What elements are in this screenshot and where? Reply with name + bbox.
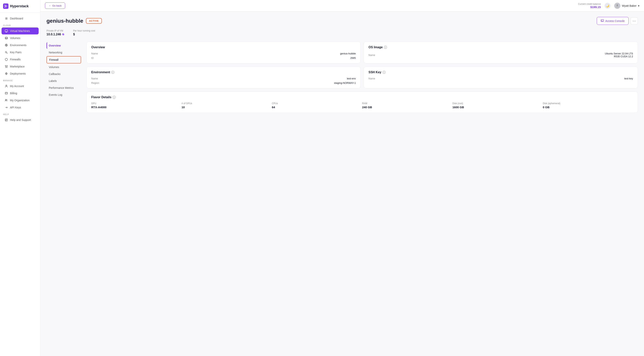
sidebar-item-dashboard[interactable]: ⊞ Dashboard — [2, 15, 38, 22]
go-back-button[interactable]: ← Go back — [45, 3, 65, 9]
api-keys-icon — [4, 106, 8, 109]
flavor-cpus-value: 64 — [272, 106, 362, 109]
copy-ip-icon[interactable]: ⧉ — [62, 33, 64, 36]
sidebar-item-environments[interactable]: Environments — [2, 42, 38, 49]
ssh-name-label: Name — [368, 77, 375, 80]
sidebar-item-label: Firewalls — [10, 58, 20, 61]
cost-label: Per hour running cost — [73, 30, 95, 32]
sidebar-item-label: Marketplace — [10, 65, 24, 68]
vm-icon — [4, 29, 8, 33]
svg-point-9 — [6, 99, 6, 100]
sidebar-item-label: Virtual Machines — [10, 30, 30, 33]
flavor-disk-ephemeral-value: 0 GB — [543, 106, 633, 109]
access-console-button[interactable]: Access Console — [597, 17, 629, 25]
detail-nav-label: Overview — [49, 44, 61, 47]
sidebar-item-label: Environments — [10, 44, 26, 47]
env-region-value: staging-NORWAY-1 — [334, 82, 356, 84]
sidebar-item-label: Key Pairs — [10, 51, 22, 54]
flavor-disk-ephemeral-col: Disk (ephemeral) 0 GB — [543, 102, 633, 109]
overview-name-row: Name genius-hubble — [91, 52, 356, 55]
help-icon — [4, 118, 8, 122]
sidebar-item-marketplace[interactable]: Marketplace — [2, 63, 38, 70]
more-icon: ⋯ — [632, 19, 636, 23]
user-menu[interactable]: Wyatt Baker ▾ — [614, 3, 640, 9]
detail-nav-events-log[interactable]: Events Log — [46, 92, 81, 98]
vm-meta-info: Private IP of VM 10.0.1.246 ⧉ Per hour r… — [46, 30, 638, 36]
sidebar-item-label: Help and Support — [10, 118, 31, 122]
flavor-details-card: Flavor Details i GPU RTX-A4000 # of GPUs… — [86, 92, 638, 113]
sidebar-item-virtual-machines[interactable]: Virtual Machines — [2, 28, 38, 35]
env-region-label: Region — [91, 82, 99, 84]
overview-card-title: Overview — [91, 46, 356, 49]
credit-balance-area: Current credit balance $199.15 — [578, 3, 601, 9]
sidebar: Hyperstack ⊞ Dashboard CLOUD Virtual Mac… — [0, 0, 40, 356]
cloud-section-label: CLOUD — [0, 22, 40, 27]
logo-area: Hyperstack — [0, 0, 40, 13]
sidebar-item-key-pairs[interactable]: Key Pairs — [2, 49, 38, 56]
svg-point-12 — [616, 5, 618, 6]
flavor-ram-value: 240 GB — [362, 106, 452, 109]
detail-nav-label: Labels — [49, 79, 57, 83]
page-title: genius-hubble — [46, 18, 83, 24]
status-badge: ACTIVE — [86, 18, 102, 24]
environment-card-title: Environment i — [91, 71, 356, 74]
detail-nav-label: Callbacks — [49, 73, 60, 76]
flavor-ram-col: RAM 240 GB — [362, 102, 452, 109]
detail-nav-label: Firewall — [49, 58, 58, 61]
env-name-value: test-env — [347, 77, 356, 80]
sidebar-item-volumes[interactable]: Volumes — [2, 35, 38, 42]
environments-icon — [4, 44, 8, 47]
flavor-num-gpus-label: # of GPUs — [182, 102, 272, 105]
hyperstack-logo-icon — [3, 4, 8, 9]
sidebar-item-deployments[interactable]: Deployments — [2, 70, 38, 77]
overview-card: Overview Name genius-hubble ID 2685 — [86, 42, 360, 64]
detail-nav-label: Events Log — [49, 93, 62, 96]
help-section-label: HELP — [0, 111, 40, 116]
detail-nav-labels[interactable]: Labels — [46, 78, 81, 84]
environment-info-icon[interactable]: i — [111, 71, 114, 74]
environment-card: Environment i Name test-env Region stagi… — [86, 67, 360, 88]
detail-nav-volumes[interactable]: Volumes — [46, 64, 81, 70]
sidebar-item-api-keys[interactable]: API Keys — [2, 104, 38, 111]
detail-nav-overview[interactable]: Overview — [46, 42, 81, 49]
environment-title-text: Environment — [91, 71, 110, 74]
cost-meta-item: Per hour running cost $ — [73, 30, 95, 36]
theme-toggle-button[interactable]: 🌙 — [604, 3, 610, 9]
detail-navigation: Overview Networking Firewall Volumes Cal… — [46, 42, 81, 113]
more-options-button[interactable]: ⋯ — [630, 17, 638, 25]
flavor-info-icon[interactable]: i — [112, 96, 116, 99]
detail-nav-networking[interactable]: Networking — [46, 49, 81, 56]
sidebar-item-label: Dashboard — [10, 17, 23, 20]
key-pairs-icon — [4, 51, 8, 54]
credit-amount: $199.15 — [578, 6, 601, 9]
detail-nav-firewall[interactable]: Firewall — [46, 56, 81, 64]
overview-title-text: Overview — [91, 46, 105, 49]
overview-name-value: genius-hubble — [340, 52, 356, 55]
ssh-key-info-icon[interactable]: i — [382, 71, 386, 74]
sidebar-item-my-organization[interactable]: My Organization — [2, 97, 38, 104]
page-header: ← Go back Current credit balance $199.15… — [40, 0, 644, 12]
cost-value: $ — [73, 33, 95, 36]
my-account-icon — [4, 84, 8, 88]
sidebar-item-firewalls[interactable]: Firewalls — [2, 56, 38, 63]
vm-page-header: genius-hubble ACTIVE Access Console ⋯ — [46, 17, 638, 25]
env-name-row: Name test-env — [91, 77, 356, 80]
flavor-disk-ephemeral-label: Disk (ephemeral) — [543, 102, 633, 105]
sidebar-item-label: Volumes — [10, 37, 20, 40]
ip-value: 10.0.1.246 — [46, 33, 61, 36]
detail-nav-callbacks[interactable]: Callbacks — [46, 71, 81, 77]
flavor-num-gpus-col: # of GPUs 10 — [182, 102, 272, 109]
sidebar-item-billing[interactable]: Billing — [2, 90, 38, 97]
flavor-gpu-col: GPU RTX-A4000 — [91, 102, 182, 109]
svg-point-10 — [6, 99, 7, 100]
overview-name-label: Name — [91, 52, 98, 55]
sidebar-item-help-support[interactable]: Help and Support — [2, 117, 38, 123]
os-image-info-icon[interactable]: i — [384, 46, 387, 49]
svg-point-7 — [6, 85, 7, 86]
detail-nav-performance-metrics[interactable]: Performance Metrics — [46, 85, 81, 91]
flavor-disk-root-value: 1600 GB — [452, 106, 543, 109]
cards-row-1: Overview Name genius-hubble ID 2685 — [86, 42, 638, 64]
sidebar-item-my-account[interactable]: My Account — [2, 83, 38, 90]
flavor-disk-root-label: Disk (root) — [452, 102, 543, 105]
moon-icon: 🌙 — [606, 4, 609, 7]
